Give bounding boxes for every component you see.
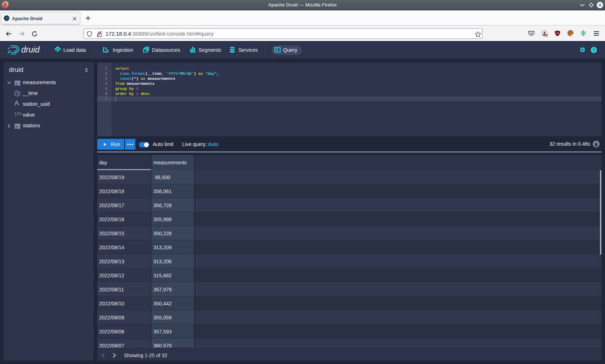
svg-text:?: ? bbox=[592, 48, 595, 52]
svg-text:uO: uO bbox=[556, 32, 559, 34]
